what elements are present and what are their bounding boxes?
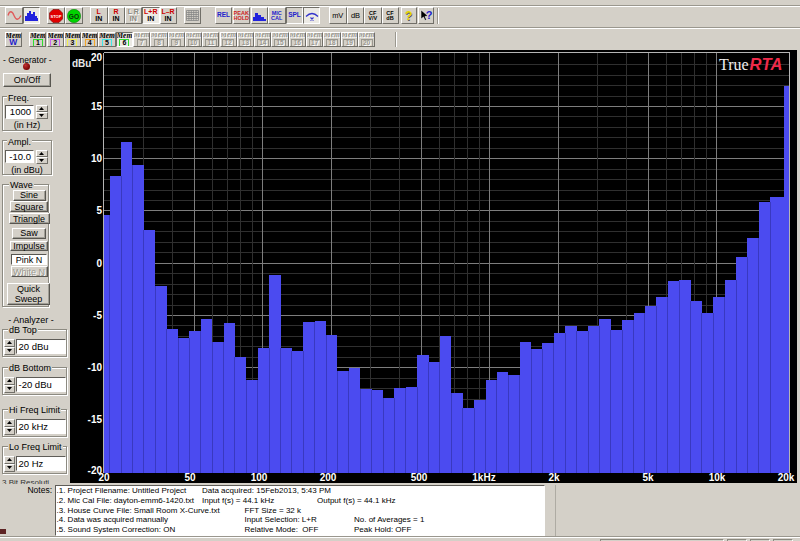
svg-text:10: 10 [91,153,103,164]
svg-text:5: 5 [96,205,102,216]
svg-text:10k: 10k [709,472,726,483]
svg-text:-5: -5 [93,310,102,321]
svg-text:-15: -15 [88,414,103,425]
svg-text:dBu: dBu [72,58,91,69]
svg-text:20: 20 [98,472,110,483]
svg-text:20: 20 [91,52,103,63]
svg-text:GO: GO [69,12,79,19]
svg-text:200: 200 [320,472,337,483]
svg-text:STOP: STOP [51,14,62,19]
svg-text:100: 100 [251,472,268,483]
svg-text:500: 500 [411,472,428,483]
svg-text:2k: 2k [548,472,560,483]
svg-text:15: 15 [91,101,103,112]
svg-text:5k: 5k [642,472,654,483]
svg-text:RTA: RTA [750,55,783,73]
svg-text:50: 50 [184,472,196,483]
svg-text:20k: 20k [778,472,795,483]
svg-text:1kHz: 1kHz [472,472,495,483]
svg-text:0: 0 [96,258,102,269]
svg-text:-10: -10 [88,362,103,373]
svg-text:True: True [719,56,749,73]
